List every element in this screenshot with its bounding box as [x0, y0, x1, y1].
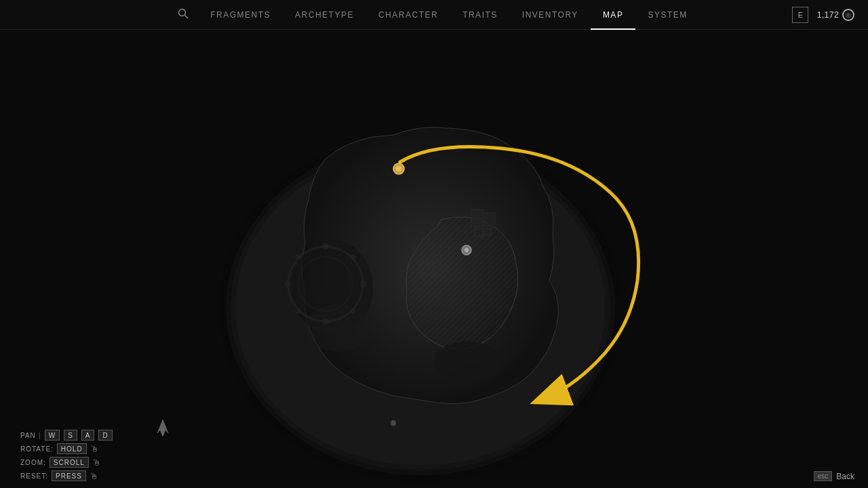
reset-label: RESET: [20, 472, 48, 480]
nav-fragments[interactable]: FRAGMENTS [198, 0, 283, 30]
svg-rect-38 [484, 228, 491, 235]
control-pan: PAN | W S A D [20, 430, 113, 441]
key-s: S [64, 430, 77, 441]
mouse-icon-reset: 🖱 [90, 471, 99, 481]
svg-point-33 [296, 308, 301, 314]
map-svg [0, 30, 868, 488]
key-scroll: SCROLL [50, 457, 89, 468]
key-hold: HOLD [57, 443, 87, 454]
zoom-label: ZOOM: [20, 459, 46, 466]
nav-archetype[interactable]: ARCHETYPE [283, 0, 366, 30]
key-a: A [81, 430, 95, 441]
svg-point-32 [296, 254, 301, 260]
back-label: Back [836, 472, 854, 481]
svg-point-27 [322, 243, 329, 249]
svg-point-43 [391, 420, 396, 426]
search-icon[interactable] [168, 8, 198, 21]
svg-point-23 [305, 304, 373, 352]
pan-label: PAN [20, 432, 36, 439]
nav-character[interactable]: CHARACTER [366, 0, 450, 30]
currency-value: 1,172 [816, 9, 839, 20]
key-press: PRESS [52, 470, 86, 481]
nav-right-area: E 1,172 ◎ [792, 7, 854, 23]
svg-rect-36 [486, 213, 495, 226]
nav-system[interactable]: SYSTEM [635, 0, 699, 30]
top-navigation: FRAGMENTS ARCHETYPE CHARACTER TRAITS INV… [0, 0, 868, 30]
currency-display: 1,172 ◎ [816, 9, 854, 21]
key-w: W [45, 430, 60, 441]
control-zoom: ZOOM: SCROLL 🖱 [20, 457, 113, 468]
svg-point-31 [350, 254, 355, 260]
control-rotate: ROTATE: HOLD 🖱 [20, 443, 113, 454]
rotate-label: ROTATE: [20, 445, 54, 453]
key-d: D [98, 430, 112, 441]
svg-point-29 [322, 319, 329, 325]
pan-separator: | [39, 431, 41, 439]
mouse-icon-zoom: 🖱 [92, 458, 102, 468]
svg-point-28 [360, 281, 367, 287]
svg-point-0 [179, 9, 186, 16]
nav-inventory[interactable]: INVENTORY [510, 0, 591, 30]
bottom-controls: PAN | W S A D ROTATE: HOLD 🖱 ZOOM: SCROL… [20, 430, 113, 481]
svg-point-42 [465, 248, 469, 252]
map-area[interactable]: Withered Necropolis [0, 30, 868, 488]
nav-map[interactable]: MAP [591, 0, 636, 30]
svg-point-34 [350, 308, 355, 314]
esc-badge: esc [814, 471, 833, 481]
back-button[interactable]: esc Back [814, 471, 854, 481]
svg-line-1 [185, 16, 189, 19]
svg-point-30 [284, 281, 291, 287]
svg-rect-37 [475, 228, 483, 237]
svg-rect-35 [471, 209, 484, 226]
currency-icon: ◎ [842, 9, 854, 21]
svg-point-24 [434, 342, 502, 382]
mouse-icon-rotate: 🖱 [90, 444, 100, 454]
nav-traits[interactable]: TRAITS [450, 0, 510, 30]
svg-point-40 [396, 166, 401, 171]
control-reset: RESET: PRESS 🖱 [20, 470, 113, 481]
e-button[interactable]: E [792, 7, 808, 23]
